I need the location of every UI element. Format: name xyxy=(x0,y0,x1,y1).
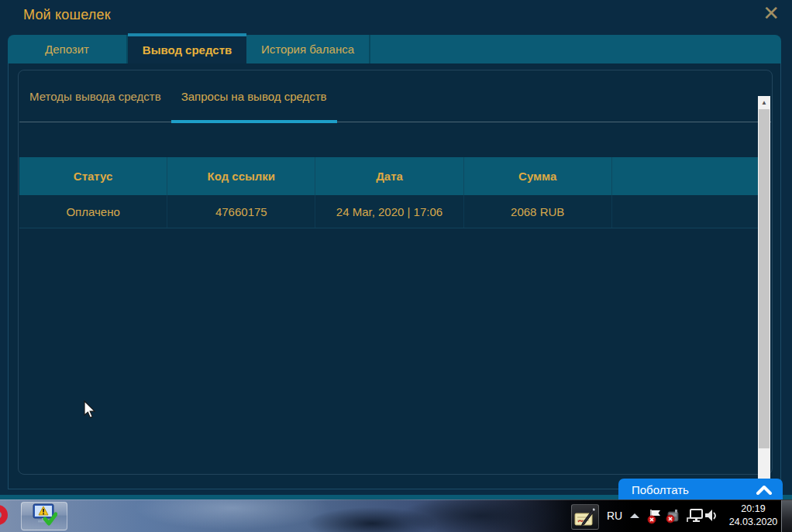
wallet-panel: Депозит Вывод средств История баланса Ме… xyxy=(8,35,781,489)
monitor-check-app-icon xyxy=(31,503,57,530)
language-indicator[interactable]: RU xyxy=(607,510,622,522)
cell-amount: 2068 RUB xyxy=(464,195,612,228)
chat-widget-button[interactable]: Поболтать xyxy=(618,479,783,501)
chevron-up-icon xyxy=(756,485,783,495)
column-header-status: Статус xyxy=(19,157,167,195)
clock-time: 20:19 xyxy=(725,503,781,516)
volume-icon[interactable] xyxy=(704,509,718,526)
withdrawal-requests-table: Статус Код ссылки Дата Сумма Оплачено 47… xyxy=(19,157,759,228)
cell-empty xyxy=(612,195,759,228)
cell-ref-code: 47660175 xyxy=(167,195,315,228)
update-error-icon[interactable] xyxy=(665,509,680,527)
scroll-up-arrow-icon[interactable]: ▲ xyxy=(758,96,770,109)
column-header-date: Дата xyxy=(315,157,463,195)
column-header-empty xyxy=(612,157,759,195)
main-tabbar: Депозит Вывод средств История баланса xyxy=(8,35,781,63)
table-header-row: Статус Код ссылки Дата Сумма xyxy=(19,157,759,195)
show-desktop-button[interactable] xyxy=(781,500,792,532)
taskbar-clock[interactable]: 20:19 24.03.2020 xyxy=(725,503,781,529)
action-center-flag-icon[interactable] xyxy=(647,509,663,527)
content-container: Методы вывода средств Запросы на вывод с… xyxy=(18,70,773,475)
scrollbar-thumb[interactable] xyxy=(759,109,770,448)
journal-pen-icon[interactable] xyxy=(571,504,599,530)
cell-date: 24 Mar, 2020 | 17:06 xyxy=(315,195,463,228)
cell-status: Оплачено xyxy=(19,195,167,228)
table-row: Оплачено 47660175 24 Mar, 2020 | 17:06 2… xyxy=(19,195,759,228)
network-icon[interactable] xyxy=(687,509,704,527)
chat-label: Поболтать xyxy=(618,483,756,496)
taskbar-app-button[interactable] xyxy=(21,502,67,530)
tab-withdraw[interactable]: Вывод средств xyxy=(128,33,246,63)
column-header-ref-code: Код ссылки xyxy=(167,157,315,195)
column-header-amount: Сумма xyxy=(464,157,612,195)
subtab-withdrawal-methods[interactable]: Методы вывода средств xyxy=(19,70,171,122)
subtab-withdrawal-requests[interactable]: Запросы на вывод средств xyxy=(171,70,337,122)
vertical-scrollbar[interactable]: ▲ ▼ xyxy=(758,96,770,504)
show-hidden-icons-arrow-icon[interactable] xyxy=(630,513,639,518)
panel-body: Методы вывода средств Запросы на вывод с… xyxy=(8,63,781,489)
browser-icon[interactable] xyxy=(0,505,8,525)
taskbar: RU xyxy=(0,499,792,532)
close-icon[interactable]: ✕ xyxy=(763,3,780,23)
wallet-modal-screen: Мой кошелек ✕ Депозит Вывод средств Исто… xyxy=(0,0,792,532)
tab-balance-history[interactable]: История баланса xyxy=(246,35,370,63)
clock-date: 24.03.2020 xyxy=(725,516,781,529)
tab-deposit[interactable]: Депозит xyxy=(8,35,128,63)
page-title: Мой кошелек xyxy=(23,7,111,23)
sub-tabbar: Методы вывода средств Запросы на вывод с… xyxy=(19,70,771,122)
